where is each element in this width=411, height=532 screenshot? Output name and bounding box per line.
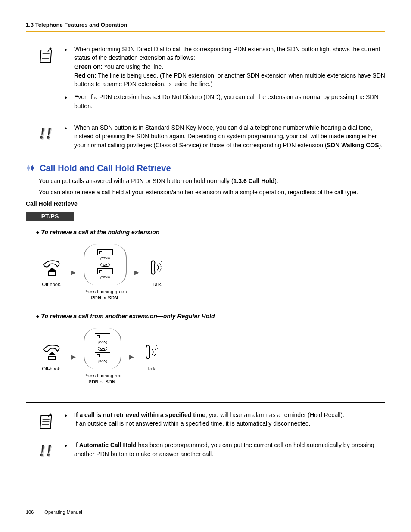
section-para1: You can put calls answered with a PDN or… [39,177,385,185]
subhead-call-hold-retrieve: Call Hold Retrieve [26,200,385,207]
clipboard-pin-icon [39,46,56,66]
step-press-button: (PDN) OR (SDN) Press flashing green PDN … [84,244,127,301]
section-header: 1.3 Telephone Features and Operation [26,22,385,32]
svg-text:!!: !! [40,124,53,143]
offhook-icon [40,257,63,278]
proc-title-2: To retrieve a call from another extensio… [36,313,375,320]
svg-marker-8 [27,165,30,171]
note-block-2: !! !! When an SDN button is in Standard … [26,123,385,154]
step-offhook: Off-hook. [40,257,63,287]
section-para2: You can also retrieve a call held at you… [39,188,385,196]
talk-icon [142,342,162,362]
svg-rect-0 [40,50,51,63]
step-talk: Talk. [147,257,168,287]
proc2-steps: Off-hook. ▶ (PDN) OR (SDN) Press flashin… [36,328,375,385]
proc-title-1: To retrieve a call at the holding extens… [36,229,375,236]
diamond-bullet-icon [26,164,36,172]
offhook-icon [40,342,63,362]
svg-point-20 [50,413,52,415]
page-footer: 106 Operating Manual [26,510,82,515]
talk-icon [147,257,168,278]
note3-bullet1: If a call is not retrieved within a spec… [65,411,385,428]
note-block-3: If a call is not retrieved within a spec… [26,411,385,432]
svg-point-14 [156,345,157,346]
svg-point-12 [162,264,163,264]
exclamation-icon: !! !! [39,442,56,462]
svg-marker-9 [31,165,34,171]
pdn-sdn-button-group: (PDN) OR (SDN) [84,244,127,285]
svg-rect-10 [49,272,56,275]
note4-bullet1: If Automatic Call Hold has been preprogr… [65,441,385,458]
svg-point-15 [157,348,158,349]
step-offhook: Off-hook. [40,342,63,372]
section-title-call-hold: Call Hold and Call Hold Retrieve [26,163,385,173]
footer-title: Operating Manual [44,510,82,515]
svg-text:!!: !! [40,442,53,460]
arrow-icon: ▶ [134,269,139,276]
clipboard-pin-icon [39,411,56,432]
note2-bullet1: When an SDN button is in Standard SDN Ke… [65,123,385,149]
procedure-box: PT/PS To retrieve a call at the holding … [26,212,385,403]
procedure-tab: PT/PS [26,212,74,221]
arrow-icon: ▶ [71,353,76,360]
note-block-4: !! !! If Automatic Call Hold has been pr… [26,441,385,463]
note1-bullet2: Even if a PDN extension has set Do Not D… [65,93,385,110]
svg-rect-13 [49,356,56,360]
svg-rect-16 [40,416,51,429]
step-press-button: (PDN) OR (SDN) Press flashing red PDN or… [84,328,121,385]
step-talk: Talk. [142,342,162,372]
note1-bullet1: When performing SDN Direct Dial to call … [65,45,385,88]
arrow-icon: ▶ [129,353,134,360]
proc1-steps: Off-hook. ▶ (PDN) OR (SDN) Press flashin… [36,244,375,301]
svg-point-11 [161,261,162,262]
arrow-icon: ▶ [71,269,76,276]
pdn-sdn-button-group: (PDN) OR (SDN) [84,328,121,369]
page-number: 106 [26,510,39,515]
exclamation-icon: !! !! [39,124,56,145]
svg-point-4 [50,48,52,50]
note-block-1: When performing SDN Direct Dial to call … [26,45,385,115]
